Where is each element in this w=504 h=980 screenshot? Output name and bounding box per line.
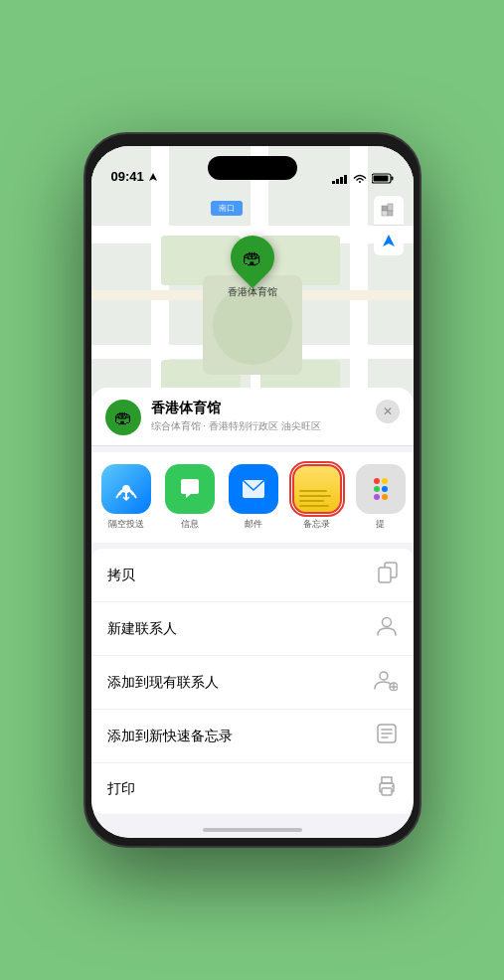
- svg-rect-8: [382, 206, 388, 211]
- copy-label: 拷贝: [107, 567, 135, 584]
- svg-rect-1: [332, 181, 335, 184]
- map-controls: [374, 196, 404, 255]
- venue-icon: 🏟: [105, 400, 141, 435]
- copy-svg: [378, 562, 398, 583]
- action-add-contact[interactable]: 添加到现有联系人: [91, 656, 414, 710]
- action-print[interactable]: 打印: [91, 763, 414, 814]
- venue-info-header: 🏟 香港体育馆 综合体育馆 · 香港特别行政区 油尖旺区 ✕: [91, 388, 414, 446]
- phone-screen: 09:41: [91, 146, 414, 838]
- share-item-messages[interactable]: 信息: [165, 464, 215, 531]
- person-add-svg: [374, 669, 398, 691]
- more-label: 提: [376, 518, 385, 531]
- airdrop-label: 隔空投送: [108, 518, 144, 531]
- svg-point-19: [380, 672, 388, 680]
- svg-rect-11: [388, 211, 393, 216]
- action-rows: 拷贝 新建联系人: [91, 549, 414, 814]
- dots-grid: [374, 478, 388, 500]
- svg-point-18: [382, 618, 391, 627]
- copy-icon: [378, 562, 398, 588]
- map-type-button[interactable]: [374, 196, 404, 226]
- svg-rect-7: [373, 176, 388, 182]
- action-copy[interactable]: 拷贝: [91, 549, 414, 602]
- print-svg: [376, 776, 398, 796]
- share-item-more[interactable]: 提: [356, 464, 406, 531]
- svg-rect-4: [344, 175, 347, 184]
- mail-label: 邮件: [245, 518, 262, 531]
- svg-rect-6: [391, 177, 393, 181]
- svg-rect-17: [379, 568, 391, 582]
- close-button[interactable]: ✕: [376, 400, 400, 423]
- home-indicator: [203, 828, 302, 832]
- svg-rect-2: [336, 179, 339, 184]
- svg-rect-29: [382, 788, 392, 795]
- add-contact-label: 添加到现有联系人: [107, 674, 219, 692]
- svg-rect-28: [382, 777, 392, 783]
- location-arrow-icon: [382, 234, 396, 247]
- new-contact-icon: [376, 615, 398, 642]
- quick-note-label: 添加到新快速备忘录: [107, 728, 233, 745]
- airdrop-icon: [101, 464, 151, 514]
- action-quick-note[interactable]: 添加到新快速备忘录: [91, 710, 414, 763]
- phone-frame: 09:41: [84, 132, 421, 848]
- time-display: 09:41: [111, 169, 144, 184]
- pin-stadium-icon: 🏟: [243, 246, 262, 269]
- new-contact-label: 新建联系人: [107, 620, 177, 638]
- pin-icon: 🏟: [221, 227, 282, 288]
- location-label: 南口: [211, 201, 243, 216]
- location-icon: [148, 172, 158, 182]
- venue-subtitle: 综合体育馆 · 香港特别行政区 油尖旺区: [151, 419, 366, 433]
- status-icons: [332, 173, 394, 184]
- print-label: 打印: [107, 780, 135, 798]
- stadium-pin[interactable]: 🏟 香港体育馆: [228, 236, 277, 299]
- wifi-icon: [353, 174, 367, 184]
- notes-selection-border: [289, 461, 345, 517]
- notes-label: 备忘录: [303, 518, 330, 531]
- more-icon: [356, 464, 406, 514]
- battery-icon: [372, 173, 394, 184]
- notes-icon-wrapper: [292, 464, 342, 514]
- print-icon: [376, 776, 398, 801]
- signal-icon: [332, 174, 348, 184]
- dynamic-island: [208, 156, 297, 180]
- bottom-sheet: 🏟 香港体育馆 综合体育馆 · 香港特别行政区 油尖旺区 ✕: [91, 388, 414, 838]
- person-svg: [376, 615, 398, 637]
- svg-rect-10: [382, 211, 388, 216]
- svg-marker-12: [383, 235, 395, 246]
- quick-note-icon: [376, 723, 398, 749]
- mail-svg: [241, 478, 266, 500]
- svg-rect-9: [388, 204, 393, 211]
- mail-icon: [229, 464, 278, 514]
- share-item-notes[interactable]: 备忘录: [292, 464, 342, 531]
- svg-rect-3: [340, 177, 343, 184]
- venue-text: 香港体育馆 综合体育馆 · 香港特别行政区 油尖旺区: [151, 400, 366, 433]
- action-new-contact[interactable]: 新建联系人: [91, 602, 414, 656]
- messages-svg: [177, 476, 203, 502]
- messages-label: 信息: [181, 518, 199, 531]
- home-indicator-spacer: [91, 814, 414, 838]
- svg-marker-0: [149, 173, 157, 181]
- note-svg: [376, 723, 398, 744]
- venue-name: 香港体育馆: [151, 400, 366, 417]
- share-row: 隔空投送 信息: [91, 452, 414, 543]
- svg-point-30: [392, 785, 394, 787]
- status-time: 09:41: [111, 169, 158, 184]
- add-contact-icon: [374, 669, 398, 696]
- share-item-airdrop[interactable]: 隔空投送: [101, 464, 151, 531]
- map-type-icon: [381, 203, 397, 219]
- airdrop-svg: [113, 476, 139, 502]
- share-item-mail[interactable]: 邮件: [229, 464, 278, 531]
- location-button[interactable]: [374, 226, 404, 255]
- messages-icon: [165, 464, 215, 514]
